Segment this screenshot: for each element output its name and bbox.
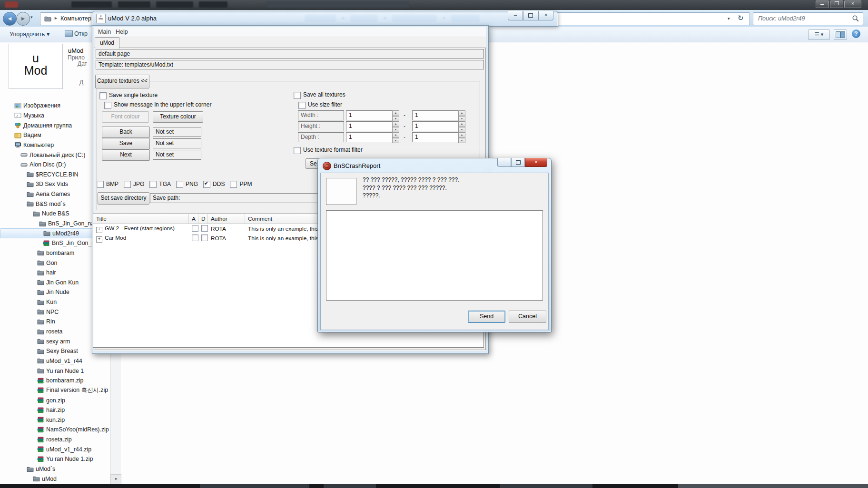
size-min-input[interactable]: 1 [346, 110, 393, 120]
spin-down-icon[interactable]: ▼ [458, 127, 465, 133]
format-jpg-checkbox[interactable] [124, 181, 131, 188]
column-header-author[interactable]: Author [208, 214, 245, 224]
size-min-input[interactable]: 1 [346, 121, 393, 131]
minimize-button[interactable]: – [508, 11, 523, 20]
size-max-input[interactable]: 1 [412, 110, 459, 120]
size-max-stepper[interactable]: ▲▼ [458, 132, 465, 142]
format-tga-checkbox[interactable] [149, 181, 157, 188]
size-max-stepper[interactable]: ▲▼ [458, 121, 465, 131]
tree-item[interactable]: gon.zip [0, 395, 110, 405]
maximize-button[interactable] [830, 0, 843, 8]
file-large-icon[interactable]: uMod [9, 44, 63, 89]
spin-up-icon[interactable]: ▲ [392, 121, 399, 127]
size-min-stepper[interactable]: ▲▼ [392, 132, 399, 142]
d-checkbox[interactable] [201, 234, 208, 241]
texture-colour-button[interactable]: Texture colour [153, 111, 203, 123]
save-all-textures-checkbox[interactable] [294, 92, 301, 99]
size-min-stepper[interactable]: ▲▼ [392, 110, 399, 120]
tree-item[interactable]: roseta.zip [0, 435, 110, 445]
tree-item[interactable]: uMod_v1_r44 [0, 356, 110, 366]
tree-item[interactable]: NamSoYoo(midRes).zip [0, 425, 110, 435]
tree-item-label: bombaram [46, 250, 74, 256]
size-min-input[interactable]: 1 [346, 132, 393, 142]
save-texture-button[interactable]: Save [102, 138, 150, 149]
send-button[interactable]: Send [468, 311, 505, 323]
column-header-a[interactable]: A [189, 214, 198, 224]
use-size-filter-checkbox[interactable] [298, 102, 306, 109]
organize-button[interactable]: Упорядочить ▾ [10, 30, 49, 38]
close-button[interactable]: × [525, 158, 547, 167]
umod-titlebar[interactable]: uMod uMod V 2.0 alpha – × [92, 11, 558, 27]
back-button[interactable]: ◄ [3, 12, 17, 26]
a-checkbox[interactable] [192, 225, 198, 232]
size-min-stepper[interactable]: ▲▼ [392, 121, 399, 131]
tree-item[interactable]: uMod`s [0, 464, 110, 474]
recent-pages-dropdown[interactable]: ▾ [30, 15, 33, 20]
taskbar-edge[interactable] [0, 484, 868, 488]
maximize-button[interactable] [523, 11, 538, 20]
spin-up-icon[interactable]: ▲ [458, 110, 465, 116]
size-max-input[interactable]: 1 [412, 132, 459, 142]
tree-item[interactable]: uMod_v1_r44.zip [0, 444, 110, 454]
capture-textures-toggle-button[interactable]: Capture textures << [95, 75, 149, 88]
spin-up-icon[interactable]: ▲ [392, 110, 399, 116]
spin-down-icon[interactable]: ▼ [458, 116, 465, 122]
spin-down-icon[interactable]: ▼ [392, 116, 399, 122]
menu-help[interactable]: Help [116, 29, 128, 35]
spin-down-icon[interactable]: ▼ [392, 138, 399, 144]
back-texture-button[interactable]: Back [102, 127, 150, 138]
use-texture-format-filter-checkbox[interactable] [294, 147, 301, 154]
spin-down-icon[interactable]: ▼ [392, 127, 399, 133]
next-texture-button[interactable]: Next [102, 149, 150, 161]
search-icon[interactable] [852, 15, 859, 24]
forward-button[interactable]: ► [16, 12, 30, 26]
tab-umod[interactable]: uMod [95, 37, 119, 49]
close-button[interactable]: × [844, 0, 861, 8]
column-header-title[interactable]: Title [93, 214, 189, 224]
format-bmp-checkbox[interactable] [97, 181, 104, 188]
preview-pane-button[interactable] [834, 29, 847, 40]
save-single-texture-checkbox[interactable] [99, 92, 107, 99]
help-icon[interactable]: ? [852, 29, 860, 38]
a-checkbox[interactable] [192, 234, 198, 241]
menu-main[interactable]: Main [98, 29, 111, 35]
search-input[interactable]: Поиск: uMod2r49 [753, 12, 863, 25]
tree-item[interactable]: hair.zip [0, 405, 110, 415]
minimize-button[interactable] [816, 0, 829, 8]
address-dropdown-icon[interactable]: ▾ [728, 16, 730, 21]
format-png-checkbox[interactable] [176, 181, 183, 188]
breadcrumb[interactable]: Компьютер [60, 15, 91, 22]
close-button[interactable]: × [538, 11, 553, 20]
crash-details-textarea[interactable] [326, 210, 543, 301]
font-colour-button[interactable]: Font colour [102, 111, 149, 123]
refresh-icon[interactable]: ↻ [738, 14, 744, 22]
format-ppm-checkbox[interactable] [230, 181, 237, 188]
tree-item[interactable]: uMod [0, 474, 110, 484]
format-dds-checkbox[interactable] [203, 181, 210, 188]
show-message-checkbox[interactable] [104, 102, 111, 109]
set-save-directory-button[interactable]: Set save directory [98, 192, 149, 205]
scrollbar-down-button[interactable]: ▼ [110, 474, 121, 485]
cancel-button[interactable]: Cancel [509, 311, 546, 323]
crash-report-dialog[interactable]: BnSCrashReport – × ?? ??? ?????, ????? ?… [317, 158, 552, 332]
size-max-input[interactable]: 1 [412, 121, 459, 131]
d-checkbox[interactable] [201, 225, 208, 232]
tree-item[interactable]: Final version 흑신시.zip [0, 386, 110, 396]
spin-up-icon[interactable]: ▲ [458, 121, 465, 127]
spin-down-icon[interactable]: ▼ [458, 138, 465, 144]
size-max-stepper[interactable]: ▲▼ [458, 110, 465, 120]
tree-item[interactable]: bombaram.zip [0, 376, 110, 386]
tree-item[interactable]: kun.zip [0, 415, 110, 425]
archive-icon [37, 378, 46, 384]
tree-item[interactable]: Yu ran Nude 1 [0, 366, 110, 376]
column-header-d[interactable]: D [198, 214, 208, 224]
tree-item[interactable]: Yu ran Nude 1.zip [0, 454, 110, 464]
minimize-button[interactable]: – [497, 158, 511, 167]
spin-up-icon[interactable]: ▲ [392, 132, 399, 138]
change-view-button[interactable]: ☰ ▾ [808, 29, 830, 40]
expander-icon[interactable]: + [96, 236, 102, 243]
spin-up-icon[interactable]: ▲ [458, 132, 465, 138]
open-button[interactable]: Откр [74, 30, 88, 37]
maximize-button[interactable] [511, 158, 525, 167]
expander-icon[interactable]: + [96, 227, 102, 233]
